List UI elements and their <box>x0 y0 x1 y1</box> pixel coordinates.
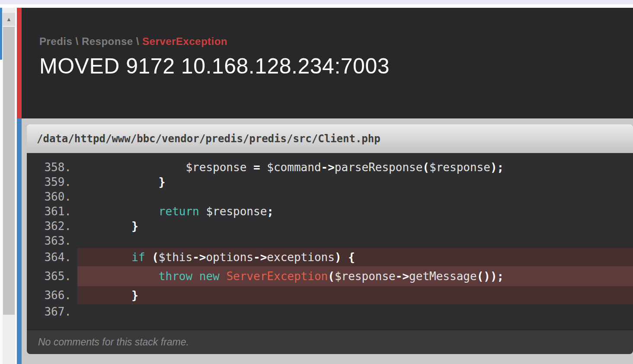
scroll-up-button[interactable]: ▲ <box>3 13 15 26</box>
code-text: } <box>77 175 633 189</box>
scrollbar-thumb[interactable] <box>3 27 15 315</box>
vertical-scrollbar[interactable]: ▲ <box>3 8 15 364</box>
code-line: 362. } <box>27 219 633 233</box>
code-text: return $response; <box>77 204 633 219</box>
frame-file-path: /data/httpd/www/bbc/vendor/predis/predis… <box>27 125 633 153</box>
frame-comments: No comments for this stack frame. <box>27 329 633 354</box>
code-line: 359. } <box>27 175 633 189</box>
code-text: } <box>77 286 633 304</box>
line-number: 358. <box>27 160 77 175</box>
browser-top-strip <box>0 0 633 4</box>
code-line: 358. $response = $command->parseResponse… <box>27 160 633 175</box>
error-page: Predis \ Response \ ServerException MOVE… <box>17 8 633 364</box>
exception-namespace: Predis \ Response \ <box>39 35 142 47</box>
exception-class: ServerException <box>142 35 227 47</box>
code-viewer: 358. $response = $command->parseResponse… <box>27 153 633 329</box>
exception-breadcrumb: Predis \ Response \ ServerException <box>39 35 633 48</box>
stack-frame-section: /data/httpd/www/bbc/vendor/predis/predis… <box>17 118 633 364</box>
code-text: if ($this->options->exceptions) { <box>77 248 633 266</box>
line-number: 365. <box>27 269 77 284</box>
code-text: throw new ServerException($response->get… <box>77 266 633 286</box>
active-frame-indicator <box>0 8 2 60</box>
line-number: 367. <box>27 304 77 319</box>
line-number: 360. <box>27 189 77 204</box>
code-line: 367. <box>27 304 633 319</box>
code-text <box>77 304 633 319</box>
code-text: $response = $command->parseResponse($res… <box>77 160 633 175</box>
code-text <box>77 233 633 248</box>
code-line: 360. <box>27 189 633 204</box>
exception-header: Predis \ Response \ ServerException MOVE… <box>17 8 633 118</box>
line-number: 364. <box>27 250 77 265</box>
code-text <box>77 189 633 204</box>
line-number: 362. <box>27 219 77 233</box>
line-number: 359. <box>27 175 77 189</box>
exception-message: MOVED 9172 10.168.128.234:7003 <box>39 54 633 79</box>
line-number: 366. <box>27 288 77 303</box>
code-line: 363. <box>27 233 633 248</box>
code-line: 364. if ($this->options->exceptions) { <box>27 248 633 266</box>
code-line: 361. return $response; <box>27 204 633 219</box>
line-number: 361. <box>27 204 77 219</box>
triangle-up-icon: ▲ <box>6 16 12 22</box>
code-line: 365. throw new ServerException($response… <box>27 266 633 286</box>
code-text: } <box>77 219 633 233</box>
code-panel: /data/httpd/www/bbc/vendor/predis/predis… <box>27 125 633 354</box>
code-line: 366. } <box>27 286 633 304</box>
line-number: 363. <box>27 233 77 248</box>
